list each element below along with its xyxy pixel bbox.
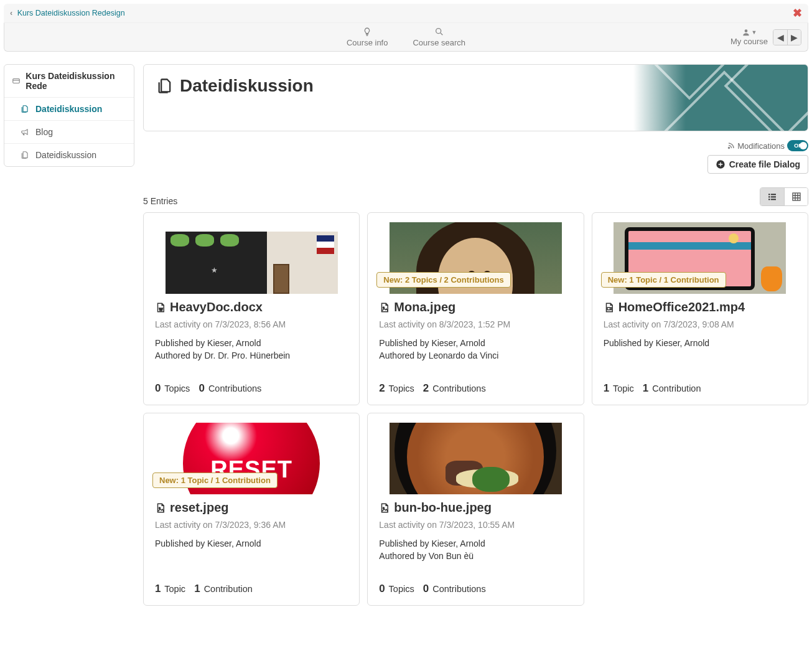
modifications-subscribe[interactable]: Modifications ON [727,140,808,151]
course-nav-arrows: ◀ ▶ [773,29,801,45]
course-sidebar: Kurs Dateidiskussion Rede Dateidiskussio… [4,64,134,167]
svg-rect-2 [13,79,20,83]
sidebar-active-label: Dateidiskussion [35,104,102,114]
next-arrow-icon[interactable]: ▶ [787,30,801,45]
sidebar-blog-label: Blog [35,127,53,137]
authored-by: Authored by Leonardo da Vinci [379,349,572,362]
counts: 1 Topic 1 Contribution [604,369,796,395]
breadcrumb-back-icon[interactable]: ‹ [10,9,12,17]
course-icon [12,77,21,85]
published-by: Published by Kieser, Arnold [155,337,348,349]
file-card[interactable]: New: 1 Topic / 1 Contribution HomeOffice… [592,212,808,405]
thumbnail: RESET New: 1 Topic / 1 Contribution [144,413,359,494]
create-button-label: Create file Dialog [729,159,800,169]
view-list-button[interactable] [760,188,784,205]
sidebar-root-label: Kurs Dateidiskussion Rede [26,71,126,91]
prev-arrow-icon[interactable]: ◀ [773,30,787,45]
counts: 0 Topics 0 Contributions [155,369,348,395]
sidebar-item-dateidiskussion-active[interactable]: Dateidiskussion [4,98,134,121]
file-video-icon [604,302,615,313]
published-by: Published by Kieser, Arnold [379,337,572,349]
counts: 2 Topics 2 Contributions [379,369,572,395]
my-course-menu[interactable]: ▼ My course [730,28,768,46]
grid-icon [791,192,801,202]
svg-point-1 [744,29,747,32]
svg-point-0 [436,29,441,34]
modifications-label: Modifications [737,141,785,151]
sidebar-third-label: Dateidiskussion [35,150,96,160]
file-image-icon [379,302,390,313]
caret-down-icon: ▼ [752,29,757,35]
sidebar-item-blog[interactable]: Blog [4,121,134,144]
last-activity: Last activity on 7/3/2023, 9:08 AM [604,319,796,329]
create-file-dialog-button[interactable]: Create file Dialog [707,155,808,174]
authored-by: Authored by Von Bun èü [379,550,572,562]
last-activity: Last activity on 7/3/2023, 8:56 AM [155,319,348,329]
breadcrumb-title[interactable]: Kurs Dateidiskussion Redesign [17,9,125,17]
course-info-button[interactable]: Course info [347,27,388,47]
svg-rect-5 [768,194,770,195]
file-image-icon [155,502,166,514]
svg-point-3 [729,148,730,149]
file-title-text: Mona.jpeg [394,300,455,314]
published-by: Published by Kieser, Arnold [155,537,348,550]
lightbulb-icon [362,27,372,37]
modifications-toggle[interactable]: ON [787,140,808,151]
megaphone-icon [21,128,30,136]
last-activity: Last activity on 7/3/2023, 9:36 AM [155,520,348,530]
file-title-text: bun-bo-hue.jpeg [394,501,492,515]
file-card[interactable]: New: 2 Topics / 2 Contributions Mona.jpe… [367,212,584,405]
plus-circle-icon [716,159,726,169]
view-grid-button[interactable] [784,188,808,205]
close-icon[interactable]: ✖ [793,6,802,20]
main-content: Dateidiskussion Modifications ON Create … [143,64,808,606]
files-icon [21,151,30,159]
svg-rect-7 [768,196,770,197]
svg-rect-6 [771,194,776,195]
new-badge: New: 1 Topic / 1 Contribution [152,473,278,488]
course-info-label: Course info [347,38,388,47]
published-by: Published by Kieser, Arnold [604,337,796,349]
new-badge: New: 2 Topics / 2 Contributions [376,272,510,288]
files-icon [156,77,174,95]
file-grid: W HeavyDoc.docx Last activity on 7/3/202… [143,212,808,606]
counts: 0 Topics 0 Contributions [379,569,572,595]
thumbnail: New: 2 Topics / 2 Contributions [368,213,583,294]
thumbnail [368,413,583,494]
svg-rect-8 [771,196,776,197]
last-activity: Last activity on 8/3/2023, 1:52 PM [379,319,572,329]
file-title-text: reset.jpeg [170,501,228,515]
file-card[interactable]: bun-bo-hue.jpeg Last activity on 7/3/202… [367,413,584,606]
last-activity: Last activity on 7/3/2023, 10:55 AM [379,520,572,530]
search-icon [434,27,444,37]
breadcrumb-bar: ‹ Kurs Dateidiskussion Redesign ✖ [4,4,808,23]
course-toolbar: Course info Course search ▼ My course ◀ … [4,23,808,52]
view-toggle [760,187,808,206]
my-course-label: My course [730,37,768,46]
thumbnail: New: 1 Topic / 1 Contribution [592,213,808,294]
rss-icon [727,142,735,149]
svg-rect-10 [771,199,776,200]
files-icon [21,105,30,113]
course-search-button[interactable]: Course search [413,27,465,47]
svg-rect-9 [768,199,770,200]
hero-decoration [633,65,808,131]
page-hero: Dateidiskussion [143,64,808,131]
list-icon [767,192,777,202]
authored-by: Authored by Dr. Dr. Pro. Hünerbein [155,349,348,362]
thumbnail [144,213,359,294]
course-search-label: Course search [413,38,465,47]
user-icon [742,28,750,37]
sidebar-item-root[interactable]: Kurs Dateidiskussion Rede [4,65,134,98]
sidebar-item-dateidiskussion[interactable]: Dateidiskussion [4,144,134,166]
file-card[interactable]: RESET New: 1 Topic / 1 Contribution rese… [143,413,360,606]
file-card[interactable]: W HeavyDoc.docx Last activity on 7/3/202… [143,212,360,405]
svg-rect-11 [793,193,800,200]
file-title-text: HeavyDoc.docx [170,300,263,314]
file-word-icon: W [155,302,166,313]
file-title-text: HomeOffice2021.mp4 [618,300,745,314]
svg-text:W: W [159,307,163,311]
page-title: Dateidiskussion [180,76,314,96]
svg-rect-14 [607,308,610,310]
counts: 1 Topic 1 Contribution [155,569,348,595]
